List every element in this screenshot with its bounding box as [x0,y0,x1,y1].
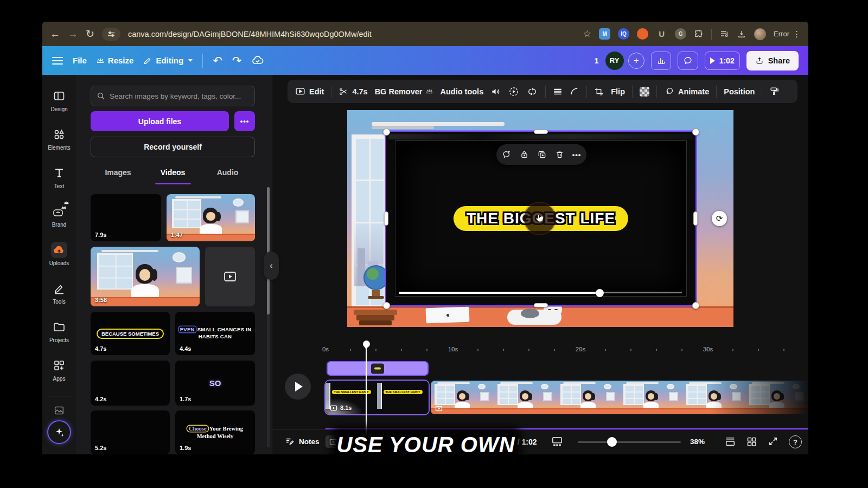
record-yourself-button[interactable]: Record yourself [91,137,255,157]
sidebar-item-apps[interactable]: Apps [42,357,76,382]
timeline-video-clip-selected[interactable]: THE SMALLEST HABIT THE SMALLEST HABIT 8.… [326,381,429,414]
grid-view-button[interactable] [746,436,757,447]
resize-handle-top-left[interactable] [383,129,390,136]
volume-button[interactable] [490,86,501,97]
video-progress-knob[interactable] [596,289,604,297]
rotate-handle[interactable]: ⟳ [712,211,727,226]
tab-images[interactable]: Images [91,165,145,183]
resize-handle-bottom[interactable] [534,303,548,307]
panel-scrollbar-thumb[interactable] [267,187,270,314]
present-button[interactable]: 1:02 [705,52,740,70]
hamburger-menu-icon[interactable] [52,57,63,65]
element-more-button[interactable]: ••• [572,151,582,159]
pages-view-button[interactable] [724,436,736,447]
timeline-view-button[interactable] [551,436,563,447]
curve-button[interactable] [570,87,579,97]
tab-audio[interactable]: Audio [200,165,255,183]
tab-videos[interactable]: Videos [145,165,200,183]
media-list-icon[interactable] [719,29,729,39]
delete-button[interactable] [555,150,564,159]
edit-video-button[interactable]: Edit [295,87,324,96]
notes-button[interactable]: Notes [285,436,320,446]
file-menu[interactable]: File [73,56,87,65]
timeline-play-button[interactable] [285,374,311,400]
sidebar-item-tools[interactable]: Tools [42,280,76,305]
sidebar-item-brand[interactable]: Brand [42,203,76,228]
resize-handle-top[interactable] [534,130,548,134]
loop-button[interactable] [526,86,538,97]
add-member-button[interactable]: + [628,53,644,69]
upload-more-button[interactable]: ••• [234,111,255,131]
timeline-video-clip-scene[interactable] [431,381,808,414]
zoom-slider-track[interactable] [578,441,681,443]
insights-button[interactable] [651,52,671,70]
zoom-slider-knob[interactable] [607,437,617,447]
add-comment-button[interactable] [502,150,512,159]
resize-menu[interactable]: Resize [97,56,134,65]
video-thumbnail[interactable]: BECAUSE SOMETIMES4.7s [91,312,170,355]
browser-menu-kebab-icon[interactable]: ⋮ [793,30,801,38]
flip-button[interactable]: Flip [611,87,625,96]
address-bar[interactable]: canva.com/design/DAGimjBDONE/48MHIM4hSi6… [128,30,372,38]
resize-handle-top-right[interactable] [692,129,699,136]
video-thumbnail[interactable]: 4.2s [91,361,170,406]
video-thumbnail[interactable]: 3:58 [91,247,200,306]
sidebar-item-design[interactable]: Design [42,88,76,112]
lock-button[interactable] [520,150,529,159]
video-thumbnail[interactable]: 5.2s [91,410,170,454]
design-canvas[interactable]: THE BIGGEST LIFE [347,110,733,327]
zoom-level-display[interactable]: 38% [690,438,705,446]
video-thumbnail[interactable]: EVEN SMALL CHANGES IN HABITS CAN4.4s [175,312,255,355]
help-button[interactable]: ? [789,435,802,448]
playback-speed-button[interactable] [508,86,519,97]
trim-button[interactable]: 4.7s [339,87,367,97]
sidebar-item-text[interactable]: Text [42,165,76,189]
share-button[interactable]: Share [746,51,799,70]
audio-tools-button[interactable]: Audio tools [440,87,483,96]
extension-bot-icon[interactable] [637,28,648,40]
video-thumbnail[interactable]: Choose Your Brewing Method Wisely1.9s [175,410,255,454]
resize-handle-bottom-left[interactable] [383,302,390,309]
extension-m-icon[interactable]: M [599,28,610,40]
site-info-icon[interactable] [102,28,120,41]
sidebar-item-projects[interactable]: Projects [42,319,76,343]
crop-button[interactable] [594,87,604,97]
transparency-button[interactable] [640,87,649,97]
search-input[interactable] [110,92,249,100]
sidebar-item-uploads[interactable]: Uploads [42,242,76,266]
stroke-weight-button[interactable] [553,87,563,96]
video-thumbnail[interactable] [205,247,255,306]
bookmark-star-icon[interactable]: ☆ [583,29,591,38]
extension-g-icon[interactable]: G [675,28,686,40]
video-thumbnail[interactable]: 1:47 [167,194,255,241]
user-avatar[interactable]: RY [605,52,624,70]
timeline-text-clip[interactable] [327,361,429,376]
resize-handle-bottom-right[interactable] [692,302,699,309]
bg-remover-button[interactable]: BG Remover [375,87,433,96]
forward-icon[interactable]: → [68,29,78,39]
fullscreen-button[interactable] [768,436,778,447]
resize-handle-right[interactable] [693,211,698,226]
magic-ai-button[interactable] [47,420,71,444]
back-icon[interactable]: ← [50,29,60,39]
sidebar-item-elements[interactable]: Elements [42,126,76,151]
position-button[interactable]: Position [724,87,755,96]
sidebar-item-photos[interactable] [42,402,76,419]
style-copy-button[interactable] [769,86,780,97]
duplicate-button[interactable] [537,150,547,159]
browser-profile-avatar[interactable] [754,28,766,40]
panel-collapse-button[interactable]: ‹ [264,252,279,280]
redo-icon[interactable]: ↷ [232,55,242,66]
error-badge[interactable]: Error ⋮ [774,30,801,38]
undo-icon[interactable]: ↶ [213,55,222,66]
animate-button[interactable]: Animate [664,86,709,97]
extension-u-icon[interactable]: U [656,28,667,40]
video-thumbnail[interactable]: 7.9s [91,194,161,241]
video-thumbnail[interactable]: SO1.7s [175,361,255,406]
comments-button[interactable] [678,52,698,70]
editing-mode-dropdown[interactable]: Editing [143,56,193,65]
extension-iq-icon[interactable]: IQ [618,28,629,40]
playhead-pin[interactable] [363,341,370,348]
search-box[interactable] [91,86,255,106]
upload-files-button[interactable]: Upload files [91,111,229,131]
